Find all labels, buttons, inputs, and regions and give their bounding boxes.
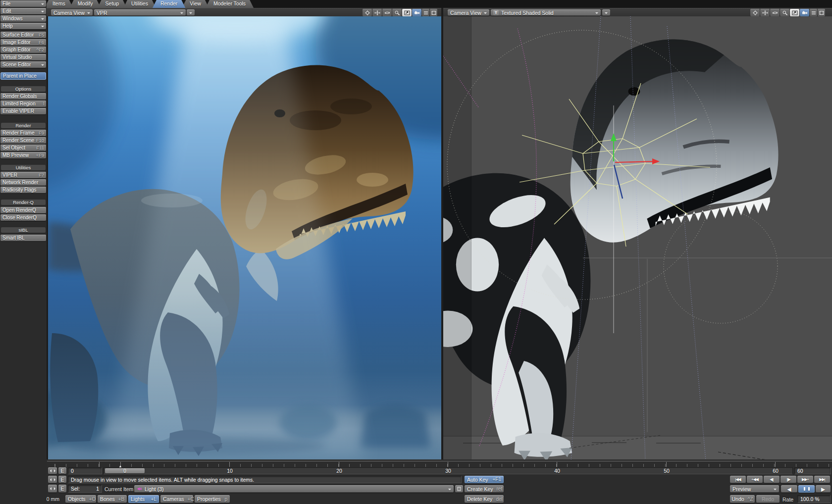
last-frame-field[interactable]: 60 <box>794 467 831 474</box>
virtual-studio-button[interactable]: Virtual Studio <box>0 54 46 60</box>
delete-key-button[interactable]: Delete Keydel <box>465 495 504 503</box>
go-to-first-frame-button[interactable]: |◀◀ <box>730 476 746 483</box>
open-renderq-button[interactable]: Open RenderQ <box>0 207 46 213</box>
z-envelope-button[interactable]: E <box>58 485 66 493</box>
graph-editor-button[interactable]: Graph Editor^F2 <box>0 47 46 53</box>
right-arrow-icon <box>54 487 57 490</box>
render-frame-button[interactable]: Render FrameF9 <box>0 130 46 136</box>
previous-key-button[interactable]: +◀◀ <box>747 476 763 483</box>
mb-preview-button[interactable]: MB Preview+F9 <box>0 152 46 158</box>
create-key-button[interactable]: Create Keyret <box>465 485 504 493</box>
redo-button[interactable]: Redo <box>756 495 780 503</box>
chevron-down-icon <box>87 12 90 15</box>
undo-button[interactable]: Undo^Z <box>730 495 755 503</box>
tab-items[interactable]: Items <box>45 0 73 8</box>
frame-range-icon[interactable] <box>430 9 437 16</box>
smart-ibl-button[interactable]: Smart IBL <box>0 235 46 241</box>
render-section-header: Render <box>1 123 46 128</box>
properties-button[interactable]: Propertiesp <box>195 495 230 503</box>
frame-input[interactable]: 0 <box>68 467 102 474</box>
tab-setup[interactable]: Setup <box>98 0 127 8</box>
viewport-menu-icon[interactable] <box>810 9 817 16</box>
image-editor-button[interactable]: Image EditorF6 <box>0 39 46 46</box>
render-scene-button[interactable]: Render SceneF10 <box>0 137 46 144</box>
close-renderq-button[interactable]: Close RenderQ <box>0 214 46 221</box>
y-nudge-button[interactable] <box>48 476 57 483</box>
x-envelope-button[interactable]: E <box>58 467 66 474</box>
enable-viper-button[interactable]: Enable VIPER <box>0 108 46 114</box>
limited-region-button[interactable]: Limited Regionl <box>0 101 46 107</box>
bones-mode-button[interactable]: Bones+B <box>98 495 127 503</box>
move-icon[interactable] <box>760 9 770 16</box>
tab-render[interactable]: Render <box>153 0 185 8</box>
opengl-shaded-viewport[interactable] <box>443 16 832 460</box>
cameras-mode-button[interactable]: Cameras+C <box>160 495 193 503</box>
viper-button[interactable]: VIPERF7 <box>0 172 46 178</box>
render-globals-button[interactable]: Render Globals <box>0 93 46 100</box>
tab-utilities[interactable]: Utilities <box>123 0 156 8</box>
right-viewport-header: Camera View TTextured Shaded Solid <box>443 8 832 16</box>
tab-view[interactable]: View <box>182 0 209 8</box>
rotate-icon[interactable] <box>770 9 780 16</box>
menu-edit[interactable]: Edit <box>0 8 46 14</box>
next-key-button[interactable]: ▶▶+ <box>797 476 813 483</box>
selection-count-field[interactable]: Sel:1 <box>68 485 102 493</box>
camera-icon[interactable] <box>800 9 809 16</box>
right-arrow-icon <box>54 478 57 481</box>
rate-field[interactable]: 100.0 % <box>797 495 831 503</box>
tab-modeler-tools[interactable]: Modeler Tools <box>206 0 254 8</box>
step-forward-button[interactable]: ||▶ <box>780 476 796 483</box>
move-icon[interactable] <box>372 9 382 16</box>
go-to-last-frame-button[interactable]: ▶▶| <box>814 476 830 483</box>
pause-icon <box>808 487 810 491</box>
play-forward-button[interactable]: ▶ <box>816 485 831 493</box>
lights-mode-button[interactable]: Lights+L <box>128 495 159 503</box>
frame-slider-track[interactable]: 0 10 20 30 40 50 60 <box>104 467 793 474</box>
options-section-header: Options <box>1 86 46 92</box>
single-view-toggle-icon[interactable] <box>790 9 799 16</box>
pan-icon[interactable] <box>363 9 372 16</box>
rotate-icon[interactable] <box>382 9 392 16</box>
x-nudge-button[interactable] <box>48 467 57 474</box>
radiosity-flags-button[interactable]: Radiosity Flags <box>0 187 46 193</box>
step-back-button[interactable]: ◀|| <box>764 476 780 483</box>
objects-mode-button[interactable]: Objects+O <box>65 495 96 503</box>
right-view-mode-dropdown[interactable]: Camera View <box>448 9 489 16</box>
left-view-mode-dropdown[interactable]: Camera View <box>51 9 93 16</box>
scene-editor-button[interactable]: Scene Editor <box>0 61 46 68</box>
pause-button[interactable] <box>798 485 815 493</box>
preview-dropdown[interactable]: Preview <box>730 485 779 493</box>
chevron-down-icon <box>180 12 183 15</box>
left-render-options-dropdown[interactable] <box>187 9 195 16</box>
surface-editor-button[interactable]: Surface EditorF5 <box>0 32 46 38</box>
right-render-mode-dropdown[interactable]: TTextured Shaded Solid <box>491 9 601 16</box>
tab-modify[interactable]: Modify <box>70 0 101 8</box>
z-nudge-button[interactable] <box>48 485 57 493</box>
play-reverse-button[interactable]: ◀ <box>781 485 797 493</box>
textured-mode-icon: T <box>493 10 499 15</box>
frame-range-icon[interactable] <box>818 9 825 16</box>
zoom-icon[interactable] <box>392 9 402 16</box>
right-render-options-dropdown[interactable] <box>602 9 610 16</box>
frame-slider-handle[interactable]: 0 <box>105 468 145 473</box>
camera-icon[interactable] <box>412 9 421 16</box>
pan-icon[interactable] <box>750 9 760 16</box>
dope-track-toggle[interactable] <box>455 485 463 493</box>
menu-file[interactable]: File <box>0 0 46 7</box>
vpr-render-viewport[interactable] <box>47 16 441 460</box>
menu-help[interactable]: Help <box>0 23 46 29</box>
left-render-mode-dropdown[interactable]: VPR <box>94 9 186 16</box>
menu-windows[interactable]: Windows <box>0 15 46 22</box>
viewport-divider[interactable] <box>441 8 443 460</box>
current-item-dropdown[interactable]: Light (3) <box>134 485 454 493</box>
single-view-toggle-icon[interactable] <box>402 9 412 16</box>
timeline-ruler[interactable] <box>47 461 832 467</box>
zoom-icon[interactable] <box>780 9 789 16</box>
auto-key-button[interactable]: Auto Key+F1 <box>465 476 504 483</box>
sel-object-button[interactable]: Sel ObjectF11 <box>0 145 46 151</box>
viewport-menu-icon[interactable] <box>422 9 429 16</box>
network-render-button[interactable]: Network Render <box>0 179 46 186</box>
y-envelope-button[interactable]: E <box>58 476 66 483</box>
rate-label: Rate <box>782 497 793 503</box>
parent-in-place-button[interactable]: Parent in Place <box>0 72 46 80</box>
